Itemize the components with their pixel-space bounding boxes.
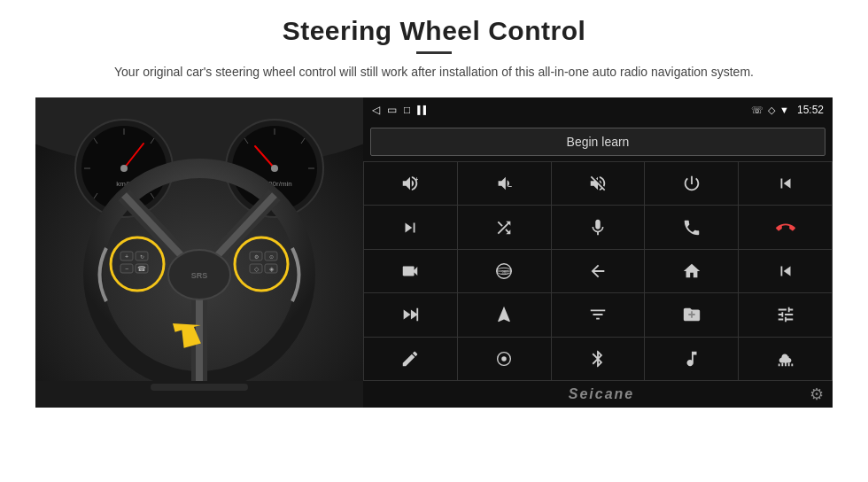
phone-status-icon: ☏: [751, 105, 763, 116]
microphone-cell[interactable]: [552, 206, 645, 248]
clock: 15:52: [797, 104, 824, 116]
content-area: km/h x1000r/min: [35, 97, 833, 408]
svg-point-12: [120, 165, 128, 172]
svg-text:⊙: ⊙: [269, 254, 274, 260]
status-left: ◁ ▭ □ ▌▌: [372, 104, 429, 116]
android-ui: ◁ ▭ □ ▌▌ ☏ ◇ ▼ 15:52 Begin learn: [363, 97, 833, 408]
shuffle-cell[interactable]: [458, 206, 551, 248]
bottom-brand-bar: Seicane ⚙: [363, 381, 833, 408]
svg-text:+: +: [125, 253, 128, 260]
title-section: Steering Wheel Control Your original car…: [114, 16, 754, 92]
svg-rect-64: [785, 362, 787, 366]
status-bar: ◁ ▭ □ ▌▌ ☏ ◇ ▼ 15:52: [363, 97, 833, 122]
settings-gear-icon[interactable]: ⚙: [810, 385, 824, 404]
svg-rect-65: [787, 362, 789, 366]
back-nav-icon[interactable]: ◁: [372, 104, 380, 116]
svg-text:⚙: ⚙: [254, 254, 259, 260]
vol-down-cell[interactable]: −: [458, 162, 551, 205]
begin-learn-row: Begin learn: [363, 122, 833, 161]
sound-wave-cell[interactable]: [739, 338, 832, 380]
svg-rect-62: [778, 363, 779, 366]
svg-point-22: [271, 165, 278, 172]
hang-up-cell[interactable]: [739, 206, 832, 248]
svg-text:+: +: [415, 176, 419, 183]
home-cell[interactable]: [645, 250, 738, 292]
svg-text:☎: ☎: [137, 265, 146, 273]
camera-cell[interactable]: [364, 250, 457, 292]
page-title: Steering Wheel Control: [114, 16, 754, 46]
status-right: ☏ ◇ ▼ 15:52: [751, 104, 824, 116]
svg-text:↻: ↻: [140, 254, 144, 260]
vol-up-cell[interactable]: +: [364, 162, 457, 205]
phone-cell[interactable]: [645, 206, 738, 248]
circle-dot-cell[interactable]: [458, 338, 551, 380]
svg-text:−: −: [125, 266, 128, 272]
steering-wheel-image: km/h x1000r/min: [35, 97, 363, 408]
folder-cell[interactable]: [645, 293, 738, 336]
back-cell[interactable]: [552, 250, 645, 292]
pen-cell[interactable]: [364, 338, 457, 380]
svg-text:360: 360: [501, 270, 508, 275]
bluetooth-cell[interactable]: [552, 338, 645, 380]
music-cell[interactable]: [645, 338, 738, 380]
wifi-status-icon: ▼: [779, 105, 789, 115]
phone-prev-cell[interactable]: [739, 162, 832, 205]
360-view-cell[interactable]: 360: [458, 250, 551, 292]
svg-rect-63: [781, 362, 783, 366]
subtitle: Your original car's steering wheel contr…: [114, 63, 754, 82]
equalizer-cell[interactable]: [552, 293, 645, 336]
recent-nav-icon[interactable]: □: [404, 104, 410, 116]
vol-mute-cell[interactable]: [552, 162, 645, 205]
power-cell[interactable]: [645, 162, 738, 205]
navigation-cell[interactable]: [458, 293, 551, 336]
home-nav-icon[interactable]: ▭: [387, 104, 397, 116]
sliders-cell[interactable]: [739, 293, 832, 336]
location-status-icon: ◇: [768, 105, 775, 116]
skip-back-cell[interactable]: [739, 250, 832, 292]
signal-icon: ▌▌: [417, 105, 429, 114]
svg-text:−: −: [508, 183, 513, 191]
svg-text:SRS: SRS: [191, 271, 208, 280]
begin-learn-button[interactable]: Begin learn: [370, 128, 825, 156]
next-track-cell[interactable]: [364, 206, 457, 248]
svg-point-61: [501, 356, 507, 362]
page-wrapper: Steering Wheel Control Your original car…: [0, 0, 868, 482]
svg-rect-53: [151, 384, 248, 391]
fast-forward-cell[interactable]: [364, 293, 457, 336]
title-divider: [416, 51, 452, 54]
controls-grid: + −: [363, 161, 833, 381]
brand-name: Seicane: [569, 386, 634, 402]
svg-rect-66: [791, 363, 793, 366]
